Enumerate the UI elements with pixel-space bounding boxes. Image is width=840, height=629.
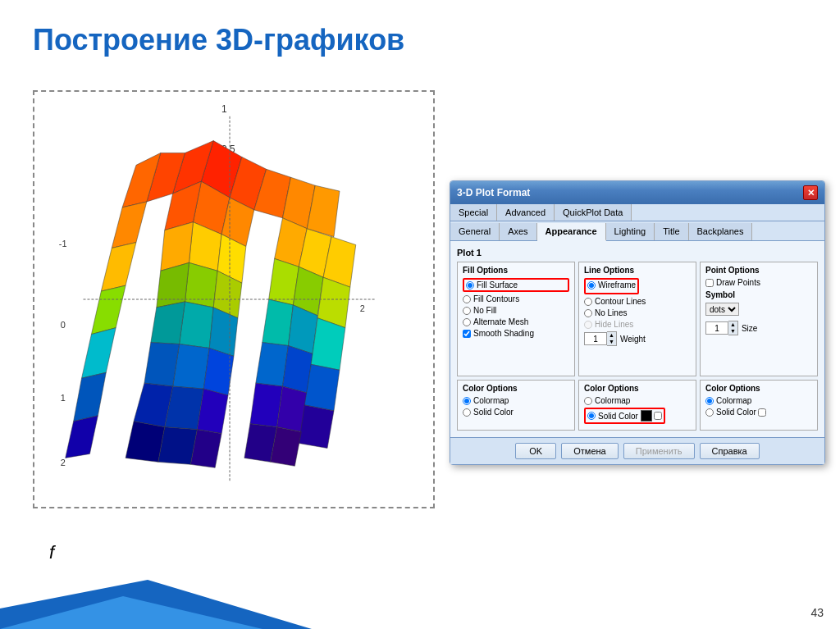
symbol-select-row[interactable]: dots x +: [705, 303, 812, 316]
line-colormap-radio[interactable]: [584, 397, 592, 405]
dialog-window: 3-D Plot Format ✕ Special Advanced Quick…: [450, 180, 825, 465]
tab-row-1: Special Advanced QuickPlot Data: [450, 204, 824, 221]
size-row: ▲ ▼ Size: [705, 321, 812, 335]
contour-lines-radio[interactable]: [584, 298, 592, 306]
options-grid: Fill Options Fill Surface Fill Contours …: [457, 262, 818, 376]
line-color-section: Color Options Colormap Solid Color: [578, 380, 696, 431]
svg-text:-1: -1: [59, 239, 67, 248]
fill-contours-radio[interactable]: [463, 295, 471, 303]
smooth-shading-option[interactable]: Smooth Shading: [463, 329, 569, 338]
point-solid-label: Solid Color: [716, 408, 756, 417]
line-colormap-label: Colormap: [595, 396, 630, 405]
tab-special[interactable]: Special: [450, 204, 497, 221]
line-solid-radio[interactable]: [587, 412, 596, 420]
fill-color-title: Color Options: [463, 384, 569, 393]
fill-colormap-radio[interactable]: [463, 397, 471, 405]
tab-title[interactable]: Title: [655, 223, 688, 240]
svg-marker-46: [299, 405, 334, 449]
svg-text:1: 1: [61, 393, 66, 403]
line-color-swatch[interactable]: [641, 410, 652, 422]
wireframe-label: Wireframe: [598, 280, 636, 289]
svg-marker-20: [180, 302, 214, 349]
weight-label: Weight: [620, 335, 646, 344]
line-colormap-option[interactable]: Colormap: [584, 396, 691, 405]
svg-marker-50: [101, 243, 136, 292]
weight-input[interactable]: [584, 332, 607, 345]
draw-points-checkbox[interactable]: [705, 279, 714, 287]
dialog-body: Plot 1 Fill Options Fill Surface Fill Co…: [450, 241, 824, 437]
svg-marker-35: [262, 299, 294, 346]
contour-lines-label: Contour Lines: [595, 297, 646, 306]
size-arrows[interactable]: ▲ ▼: [728, 321, 738, 335]
footer-label: f: [49, 542, 54, 563]
tab-lighting[interactable]: Lighting: [606, 223, 655, 240]
no-fill-option[interactable]: No Fill: [463, 306, 569, 315]
no-lines-option[interactable]: No Lines: [584, 308, 691, 317]
svg-text:1: 1: [221, 103, 227, 115]
svg-text:2: 2: [360, 303, 365, 313]
smooth-shading-label: Smooth Shading: [473, 329, 534, 338]
size-down-arrow[interactable]: ▼: [728, 328, 737, 335]
fill-solid-radio[interactable]: [463, 408, 471, 417]
tab-appearance[interactable]: Appearance: [537, 223, 606, 241]
point-color-checkbox[interactable]: [758, 408, 766, 417]
size-up-arrow[interactable]: ▲: [728, 321, 737, 328]
fill-surface-radio[interactable]: [466, 281, 474, 289]
no-lines-radio[interactable]: [584, 309, 592, 317]
svg-marker-45: [304, 364, 340, 411]
tab-advanced[interactable]: Advanced: [497, 204, 555, 221]
dialog-buttons: OK Отмена Применить Справка: [450, 437, 824, 464]
alternate-mesh-option[interactable]: Alternate Mesh: [463, 317, 569, 326]
fill-colormap-option[interactable]: Colormap: [463, 396, 569, 405]
color-options-row: Color Options Colormap Solid Color Color…: [457, 380, 818, 431]
apply-button[interactable]: Применить: [623, 443, 695, 459]
symbol-label: Symbol: [705, 290, 812, 299]
weight-up-arrow[interactable]: ▲: [607, 332, 616, 339]
dialog-titlebar: 3-D Plot Format ✕: [450, 181, 824, 204]
draw-points-option[interactable]: Draw Points: [705, 278, 812, 287]
point-solid-radio[interactable]: [705, 408, 714, 417]
line-options-section: Line Options Wireframe Contour Lines No …: [578, 262, 696, 376]
tab-axes[interactable]: Axes: [500, 223, 536, 240]
tab-general[interactable]: General: [450, 223, 500, 240]
hide-lines-option[interactable]: Hide Lines: [584, 320, 691, 329]
fill-options-section: Fill Options Fill Surface Fill Contours …: [457, 262, 575, 376]
ok-button[interactable]: OK: [515, 443, 556, 459]
contour-lines-option[interactable]: Contour Lines: [584, 297, 691, 306]
fill-contours-option[interactable]: Fill Contours: [463, 294, 569, 303]
symbol-dropdown[interactable]: dots x +: [705, 303, 739, 316]
tab-backplanes[interactable]: Backplanes: [689, 223, 753, 240]
cancel-button[interactable]: Отмена: [561, 443, 618, 459]
point-solid-option[interactable]: Solid Color: [705, 408, 812, 417]
point-options-title: Point Options: [705, 266, 812, 275]
point-colormap-option[interactable]: Colormap: [705, 396, 812, 405]
hide-lines-radio: [584, 321, 592, 329]
line-color-checkbox[interactable]: [654, 412, 662, 420]
line-solid-option[interactable]: Solid Color: [584, 408, 665, 424]
draw-points-label: Draw Points: [716, 278, 760, 287]
weight-arrows[interactable]: ▲ ▼: [607, 331, 617, 346]
bottom-decoration: [0, 580, 840, 629]
tab-quickplot[interactable]: QuickPlot Data: [555, 204, 632, 221]
dialog-close-button[interactable]: ✕: [803, 185, 818, 200]
help-button[interactable]: Справка: [700, 443, 760, 459]
weight-spinbox[interactable]: ▲ ▼: [584, 331, 617, 346]
wireframe-option[interactable]: Wireframe: [587, 280, 636, 289]
no-fill-radio[interactable]: [463, 307, 471, 315]
size-spinbox[interactable]: ▲ ▼: [705, 321, 738, 335]
plot-label: Plot 1: [457, 248, 818, 258]
alternate-mesh-radio[interactable]: [463, 318, 471, 326]
wireframe-radio[interactable]: [587, 281, 596, 289]
page-title: Построение 3D-графиков: [33, 23, 404, 57]
weight-down-arrow[interactable]: ▼: [607, 339, 616, 345]
size-input[interactable]: [705, 321, 728, 335]
svg-text:2: 2: [61, 458, 66, 467]
point-colormap-radio[interactable]: [705, 397, 714, 405]
dialog-title: 3-D Plot Format: [457, 187, 530, 198]
svg-marker-49: [112, 202, 147, 248]
svg-marker-22: [151, 302, 185, 344]
fill-solid-option[interactable]: Solid Color: [463, 408, 569, 417]
smooth-shading-checkbox[interactable]: [463, 330, 471, 338]
svg-marker-53: [74, 372, 107, 422]
fill-surface-option[interactable]: Fill Surface: [463, 278, 569, 292]
